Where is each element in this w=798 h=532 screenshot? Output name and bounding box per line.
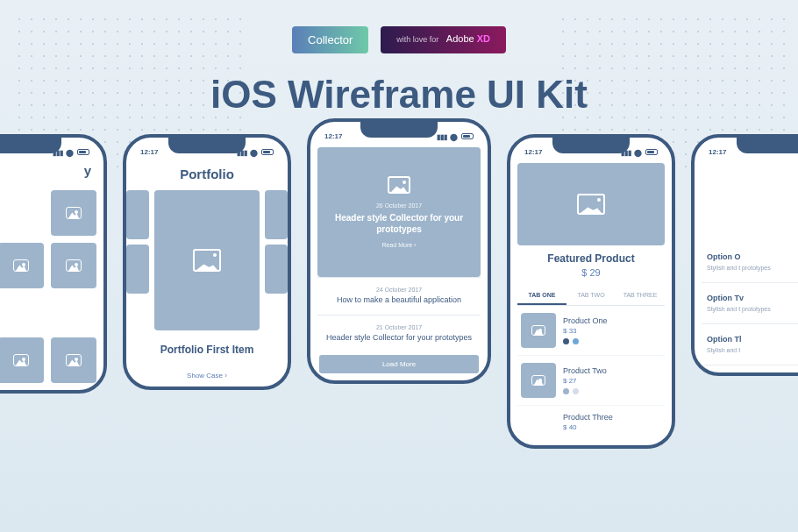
portfolio-thumb[interactable] bbox=[126, 190, 149, 239]
read-more-link[interactable]: Read More › bbox=[382, 242, 417, 248]
showcase-link[interactable]: Show Case › bbox=[133, 372, 281, 379]
tab-two[interactable]: TAB TWO bbox=[566, 287, 616, 305]
image-icon bbox=[13, 354, 29, 366]
portfolio-thumb[interactable] bbox=[265, 245, 288, 294]
option-subtitle: Stylish and t prototypes bbox=[707, 305, 798, 313]
option-subtitle: Stylish and t prototypes bbox=[707, 264, 798, 272]
color-swatch[interactable] bbox=[563, 388, 569, 394]
product-name: Product One bbox=[563, 316, 661, 325]
adobe-xd-badge: with love for Adobe XD bbox=[381, 26, 506, 53]
phone-products: 12:17 ▮▮▮⬤ Featured Product $ 29 TAB ONE… bbox=[507, 134, 675, 449]
image-icon bbox=[66, 354, 82, 366]
article-date: 21 October 2017 bbox=[323, 324, 475, 330]
adobe-main: Adobe bbox=[446, 33, 474, 44]
image-icon bbox=[13, 259, 29, 272]
color-swatch[interactable] bbox=[573, 338, 579, 344]
load-more-button[interactable]: Load More bbox=[319, 355, 479, 373]
category-thumb[interactable] bbox=[51, 337, 96, 383]
status-time: 12:17 bbox=[524, 148, 542, 156]
category-thumb[interactable] bbox=[0, 337, 44, 383]
article-item[interactable]: 21 October 2017 Header style Collector f… bbox=[317, 315, 481, 352]
phone-category: 12:17 ▮▮▮⬤ y bbox=[0, 134, 107, 394]
product-name: Product Two bbox=[563, 366, 661, 375]
featured-product-title: Featured Product bbox=[517, 252, 665, 265]
hero-title: Header style Collector for your prototyp… bbox=[326, 212, 472, 235]
phone-portfolio: 12:17 ▮▮▮⬤ Portfolio Portfolio First Ite… bbox=[123, 134, 291, 390]
tab-three[interactable]: TAB THREE bbox=[616, 287, 665, 305]
option-title: Option O bbox=[707, 252, 798, 261]
featured-product-image[interactable] bbox=[517, 163, 665, 245]
image-icon bbox=[66, 207, 82, 219]
phone-options: 12:17 Option O Stylish and t prototypes … bbox=[691, 134, 798, 376]
article-title: How to make a beautiful application bbox=[323, 295, 475, 306]
product-row[interactable]: Product Three $ 40 bbox=[517, 406, 665, 438]
category-thumb[interactable] bbox=[51, 243, 96, 288]
product-price: $ 27 bbox=[563, 377, 661, 385]
status-icons: ▮▮▮⬤ bbox=[437, 133, 474, 140]
portfolio-thumb[interactable] bbox=[265, 190, 288, 239]
option-title: Option Tv bbox=[707, 294, 798, 302]
hero-card[interactable]: 26 October 2017 Header style Collector f… bbox=[317, 147, 481, 277]
image-icon bbox=[66, 259, 82, 272]
portfolio-title: Portfolio bbox=[133, 167, 281, 181]
product-name: Product Three bbox=[563, 413, 661, 422]
status-time: 12:17 bbox=[140, 148, 158, 156]
color-swatch[interactable] bbox=[573, 388, 579, 394]
adobe-prefix: with love for bbox=[396, 35, 438, 44]
image-icon bbox=[531, 375, 545, 386]
category-title-partial: y bbox=[0, 163, 96, 178]
color-swatch[interactable] bbox=[563, 338, 569, 344]
product-thumb bbox=[521, 363, 556, 398]
status-time: 12:17 bbox=[324, 132, 342, 140]
product-price: $ 40 bbox=[563, 423, 661, 431]
option-row[interactable]: Option O Stylish and t prototypes bbox=[702, 242, 798, 283]
status-time: 12:17 bbox=[709, 148, 726, 156]
portfolio-main-image[interactable] bbox=[154, 190, 260, 330]
article-title: Header style Collector for your prototyp… bbox=[323, 333, 475, 344]
tab-one[interactable]: TAB ONE bbox=[517, 287, 566, 305]
image-icon bbox=[531, 325, 545, 336]
hero-date: 26 October 2017 bbox=[376, 202, 422, 209]
image-icon bbox=[193, 249, 221, 272]
option-subtitle: Stylish and t bbox=[707, 346, 798, 354]
product-thumb bbox=[521, 313, 556, 348]
option-row[interactable]: Option Tv Stylish and t prototypes bbox=[702, 283, 798, 324]
category-thumb[interactable] bbox=[0, 243, 44, 288]
featured-product-price: $ 29 bbox=[517, 267, 665, 278]
image-icon bbox=[388, 176, 410, 194]
article-date: 24 October 2017 bbox=[323, 287, 475, 293]
page-title: iOS Wireframe UI Kit bbox=[0, 73, 798, 117]
article-item[interactable]: 24 October 2017 How to make a beautiful … bbox=[317, 277, 481, 315]
phone-articles: 12:17 ▮▮▮⬤ 26 October 2017 Header style … bbox=[307, 118, 491, 384]
product-price: $ 33 bbox=[563, 327, 661, 335]
collector-badge: Collector bbox=[292, 26, 368, 53]
portfolio-item-label: Portfolio First Item bbox=[133, 343, 281, 358]
product-row[interactable]: Product One $ 33 bbox=[517, 306, 665, 356]
option-title: Option Tl bbox=[707, 335, 798, 344]
category-thumb[interactable] bbox=[51, 190, 96, 236]
option-row[interactable]: Option Tl Stylish and t bbox=[702, 324, 798, 365]
portfolio-thumb[interactable] bbox=[126, 245, 149, 294]
image-icon bbox=[577, 194, 605, 215]
adobe-xd: XD bbox=[477, 33, 490, 44]
product-row[interactable]: Product Two $ 27 bbox=[517, 356, 665, 406]
